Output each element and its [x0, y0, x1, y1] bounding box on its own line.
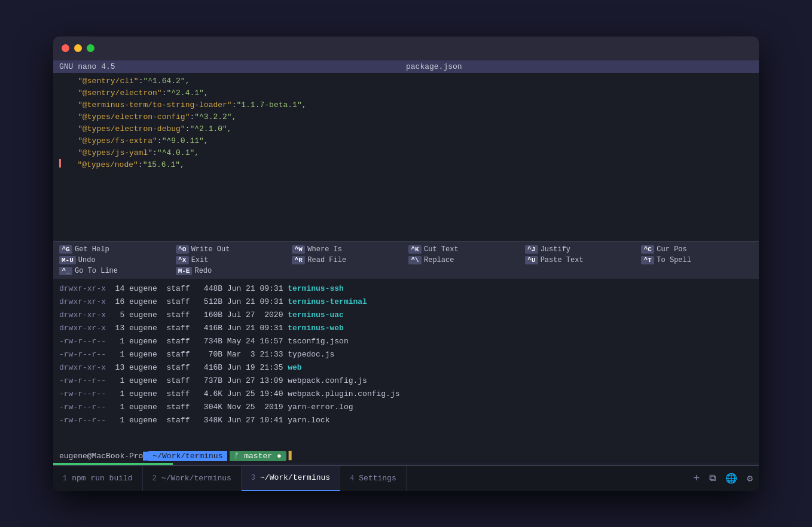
prompt-path: ~/Work/terminus	[148, 451, 227, 461]
tab-number: 4	[350, 474, 354, 483]
file-row: -rw-r--r-- 1 eugene staff 348K Jun 27 10…	[59, 414, 753, 427]
maximize-button[interactable]	[87, 44, 94, 52]
editor-line: "@types/electron-config": "^3.2.2",	[59, 111, 753, 123]
traffic-lights	[62, 44, 94, 52]
shortcut-undo: M-U Undo	[59, 256, 171, 264]
editor-line: "@terminus-term/to-string-loader": "1.1.…	[59, 99, 753, 111]
shortcut-exit: ^X Exit	[176, 256, 288, 264]
file-row: drwxr-xr-x 13 eugene staff 416B Jun 21 0…	[59, 322, 753, 335]
shortcut-where-is: ^W Where Is	[292, 245, 404, 254]
shortcut-paste-text: ^U Paste Text	[525, 256, 637, 264]
shortcut-replace: ^\ Replace	[408, 256, 520, 264]
editor-line: "@types/js-yaml": "^4.0.1",	[59, 147, 753, 159]
tab-3[interactable]: 3 ~/Work/terminus	[242, 466, 340, 491]
editor-line: "@sentry/cli": "^1.64.2",	[59, 75, 753, 87]
editor-line: "@types/electron-debug": "^2.1.0",	[59, 123, 753, 135]
editor-cursor-line: "@types/node": "15.6.1",	[59, 159, 753, 171]
shortcut-cut-text: ^K Cut Text	[408, 245, 520, 254]
tab-bar: 1 npm run build 2 ~/Work/terminus 3 ~/Wo…	[53, 465, 759, 491]
editor-content: "@sentry/cli": "^1.64.2", "@sentry/elect…	[53, 73, 759, 241]
file-row: drwxr-xr-x 14 eugene staff 448B Jun 21 0…	[59, 282, 753, 296]
file-row: -rw-r--r-- 1 eugene staff 734B May 24 16…	[59, 335, 753, 348]
tab-label: ~/Work/terminus	[161, 474, 231, 483]
shortcut-cur-pos: ^C Cur Pos	[641, 245, 753, 254]
prompt-user: eugene@MacBook-Pro	[59, 452, 143, 461]
tab-label: Settings	[359, 474, 396, 483]
prompt-git: ᚠ master ●	[230, 451, 286, 461]
file-row: drwxr-xr-x 13 eugene staff 416B Jun 19 2…	[59, 361, 753, 374]
tab-4[interactable]: 4 Settings	[340, 466, 407, 491]
tab-number: 1	[63, 474, 67, 483]
file-row: -rw-r--r-- 1 eugene staff 4.6K Jun 25 19…	[59, 388, 753, 401]
prompt-cursor-symbol: ▋	[289, 451, 294, 461]
file-row: drwxr-xr-x 5 eugene staff 160B Jul 27 20…	[59, 309, 753, 322]
prompt-bar: eugene@MacBook-Pro ~/Work/terminus ᚠ mas…	[53, 449, 759, 463]
file-row: -rw-r--r-- 1 eugene staff 304K Nov 25 20…	[59, 401, 753, 414]
file-row: -rw-r--r-- 1 eugene staff 70B Mar 3 21:3…	[59, 348, 753, 361]
editor-line: "@sentry/electron": "^2.4.1",	[59, 87, 753, 99]
file-listing: drwxr-xr-x 14 eugene staff 448B Jun 21 0…	[53, 279, 759, 449]
minimize-button[interactable]	[74, 44, 82, 52]
tab-2[interactable]: 2 ~/Work/terminus	[143, 466, 242, 491]
nano-shortcuts: ^G Get Help ^O Write Out ^W Where Is ^K …	[53, 241, 759, 279]
shortcut-write-out: ^O Write Out	[176, 245, 288, 254]
file-row: drwxr-xr-x 16 eugene staff 512B Jun 21 0…	[59, 296, 753, 309]
tab-label: npm run build	[72, 474, 132, 483]
close-button[interactable]	[62, 44, 69, 52]
nano-header: GNU nano 4.5 package.json	[53, 60, 759, 73]
shortcut-redo: M-E Redo	[176, 267, 288, 275]
split-pane-icon[interactable]: ⧉	[709, 473, 716, 484]
nano-filename: package.json	[115, 62, 753, 71]
titlebar	[53, 36, 759, 60]
tab-number: 3	[251, 474, 255, 482]
shortcut-justify: ^J Justify	[525, 245, 637, 254]
shortcut-get-help: ^G Get Help	[59, 245, 171, 254]
tab-1[interactable]: 1 npm run build	[53, 466, 143, 491]
terminal-area: GNU nano 4.5 package.json "@sentry/cli":…	[53, 60, 759, 463]
cursor	[59, 159, 61, 167]
shortcut-read-file: ^R Read File	[292, 256, 404, 264]
nano-version: GNU nano 4.5	[59, 62, 115, 71]
terminal-window: GNU nano 4.5 package.json "@sentry/cli":…	[53, 36, 759, 491]
tab-actions: + ⧉ 🌐 ⚙	[688, 466, 759, 491]
globe-icon[interactable]: 🌐	[725, 473, 737, 485]
tab-label: ~/Work/terminus	[260, 473, 330, 482]
shortcut-to-spell: ^T To Spell	[641, 256, 753, 264]
settings-icon[interactable]: ⚙	[747, 473, 753, 485]
add-tab-button[interactable]: +	[694, 473, 700, 485]
file-row: -rw-r--r-- 1 eugene staff 737B Jun 27 13…	[59, 374, 753, 388]
shortcut-go-to-line: ^_ Go To Line	[59, 267, 171, 275]
tab-number: 2	[152, 474, 157, 483]
editor-line: "@types/fs-extra": "^9.0.11",	[59, 135, 753, 147]
